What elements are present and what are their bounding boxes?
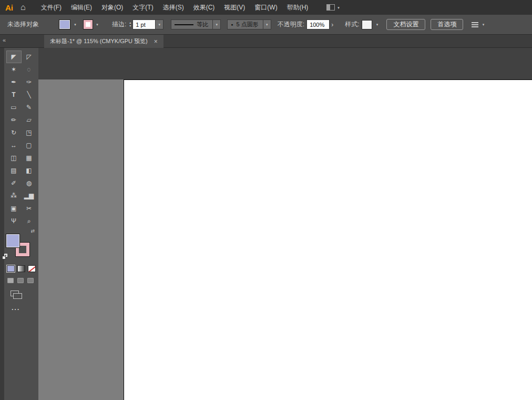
column-graph-tool[interactable]: ▂▆ — [22, 189, 37, 202]
menu-window[interactable]: 窗口(W) — [250, 0, 282, 15]
stroke-color-swatch[interactable] — [84, 20, 93, 29]
pasteboard[interactable] — [38, 79, 124, 400]
pen-tool[interactable]: ✒ — [6, 76, 22, 88]
stroke-profile-dropdown[interactable]: 等比 ▾ — [171, 19, 221, 29]
document-tab-bar: « 未标题-1* @ 115% (CMYK/GPU 预览) × — [0, 35, 532, 48]
default-fill-mini — [2, 256, 6, 259]
menu-effect[interactable]: 效果(C) — [189, 0, 220, 15]
slice-tool[interactable]: ✂ — [22, 202, 37, 215]
toolbar-collapse-icon[interactable]: « — [3, 37, 6, 43]
rectangle-tool[interactable]: ▭ — [6, 101, 22, 114]
workspace-caret-icon: ▾ — [337, 6, 340, 9]
menu-edit[interactable]: 编辑(E) — [66, 0, 97, 15]
artboard[interactable] — [124, 79, 532, 400]
bar-line — [472, 22, 478, 23]
color-type-buttons — [7, 265, 36, 272]
line-segment-tool[interactable]: ╲ — [22, 88, 37, 101]
style-dropdown[interactable]: ▾ — [374, 20, 380, 29]
eyedropper-tool[interactable]: ✐ — [6, 177, 22, 189]
shape-builder-tool[interactable]: ◫ — [6, 152, 22, 164]
scale-tool[interactable]: ◳ — [22, 126, 37, 139]
document-setup-button[interactable]: 文档设置 — [386, 19, 425, 30]
panel-edge-strip — [0, 48, 4, 400]
workspace-switcher[interactable]: ▾ — [326, 4, 340, 11]
brush-name-value: 5 点圆形 — [237, 21, 259, 28]
swap-fill-stroke-icon[interactable]: ⇄ — [30, 228, 35, 234]
fill-swatch[interactable] — [6, 234, 20, 248]
stepper-down-icon: ▾ — [129, 25, 131, 27]
lasso-tool[interactable]: ◌ — [22, 63, 37, 76]
fill-color-caret-icon: ▾ — [74, 23, 76, 26]
selection-status-label: 未选择对象 — [7, 20, 39, 29]
stroke-weight-stepper[interactable]: ▴ ▾ — [129, 22, 131, 27]
illustrator-logo[interactable]: Ai — [5, 3, 13, 12]
artboard-tool[interactable]: ▣ — [6, 202, 22, 215]
canvas-overflow-area — [38, 48, 532, 79]
opacity-input[interactable]: 100% — [306, 19, 330, 29]
brush-caret[interactable]: ▾ — [263, 19, 271, 29]
stroke-profile-preview-icon — [175, 24, 193, 25]
draw-normal-mode-icon[interactable] — [7, 278, 14, 283]
stroke-profile-caret-icon: ▾ — [216, 23, 218, 26]
panel-options-dropdown[interactable]: ▾ — [480, 20, 486, 29]
none-button[interactable] — [28, 265, 36, 272]
draw-inside-mode-icon[interactable] — [27, 278, 34, 283]
gradient-tool[interactable]: ◧ — [22, 164, 37, 177]
stroke-color-dropdown[interactable]: ▾ — [94, 20, 100, 29]
menu-bar: Ai ⌂ 文件(F) 编辑(E) 对象(O) 文字(T) 选择(S) 效果(C)… — [0, 0, 532, 15]
paintbrush-tool[interactable]: ✎ — [22, 101, 37, 114]
preferences-button[interactable]: 首选项 — [431, 19, 463, 30]
symbol-sprayer-tool[interactable]: ⁂ — [6, 189, 22, 202]
bar-line — [472, 26, 478, 27]
type-tool[interactable]: T — [6, 88, 22, 101]
bar-line — [472, 24, 478, 25]
menu-type[interactable]: 文字(T) — [128, 0, 158, 15]
hand-tool[interactable]: Ψ — [6, 215, 22, 227]
opacity-panel-arrow[interactable]: › — [331, 21, 333, 28]
blend-tool[interactable]: ◍ — [22, 177, 37, 189]
free-transform-tool[interactable]: ▢ — [22, 139, 37, 152]
stroke-weight-caret-icon: ▾ — [159, 23, 161, 26]
mesh-tool[interactable]: ▤ — [6, 164, 22, 177]
drawing-mode-buttons — [7, 278, 34, 283]
document-tab[interactable]: 未标题-1* @ 115% (CMYK/GPU 预览) × — [44, 35, 163, 48]
stroke-weight-input[interactable]: 1 pt — [132, 19, 156, 29]
edit-toolbar-icon[interactable]: ··· — [12, 305, 20, 313]
curvature-tool[interactable]: ✑ — [22, 76, 37, 88]
rotate-tool[interactable]: ↻ — [6, 126, 22, 139]
fill-color-dropdown[interactable]: ▾ — [72, 20, 78, 29]
illustrator-window: Ai ⌂ 文件(F) 编辑(E) 对象(O) 文字(T) 选择(S) 效果(C)… — [0, 0, 532, 400]
menu-view[interactable]: 视图(V) — [219, 0, 250, 15]
tools-panel: ◤ ◸ ✶ ◌ ✒ ✑ T ╲ ▭ ✎ ✏ ▱ ↻ ◳ ↔ ▢ ◫ ▦ ▤ ◧ … — [4, 48, 38, 400]
shaper-tool[interactable]: ✏ — [6, 114, 22, 126]
fill-color-swatch[interactable] — [59, 19, 70, 29]
menu-select[interactable]: 选择(S) — [158, 0, 189, 15]
style-caret-icon: ▾ — [376, 23, 378, 26]
default-fill-stroke-icon[interactable] — [2, 254, 9, 260]
workspace-icon — [326, 4, 335, 11]
stroke-weight-dropdown[interactable]: ▾ — [156, 19, 163, 29]
color-button[interactable] — [7, 265, 15, 272]
selection-tool[interactable]: ◤ — [6, 51, 22, 63]
stroke-profile-caret[interactable]: ▾ — [212, 19, 220, 29]
width-tool[interactable]: ↔ — [6, 139, 22, 152]
style-swatch[interactable] — [362, 20, 372, 29]
menu-object[interactable]: 对象(O) — [97, 0, 128, 15]
gradient-button[interactable] — [17, 265, 25, 272]
perspective-grid-tool[interactable]: ▦ — [22, 152, 37, 164]
tab-close-icon[interactable]: × — [154, 38, 158, 45]
document-tab-title: 未标题-1* @ 115% (CMYK/GPU 预览) — [50, 37, 148, 45]
direct-selection-tool[interactable]: ◸ — [22, 51, 37, 63]
zoom-tool[interactable]: ⌕ — [22, 215, 37, 227]
eraser-tool[interactable]: ▱ — [22, 114, 37, 126]
menu-help[interactable]: 帮助(H) — [282, 0, 313, 15]
stroke-weight-label: 描边: — [112, 20, 126, 29]
menu-file[interactable]: 文件(F) — [36, 0, 66, 15]
brush-dropdown[interactable]: ● 5 点圆形 ▾ — [227, 19, 271, 29]
brush-caret-icon: ▾ — [266, 23, 268, 26]
screen-mode-icon[interactable] — [11, 291, 19, 296]
home-icon[interactable]: ⌂ — [21, 3, 26, 12]
panel-options-icon[interactable] — [472, 22, 478, 27]
draw-behind-mode-icon[interactable] — [17, 278, 24, 283]
magic-wand-tool[interactable]: ✶ — [6, 63, 22, 76]
